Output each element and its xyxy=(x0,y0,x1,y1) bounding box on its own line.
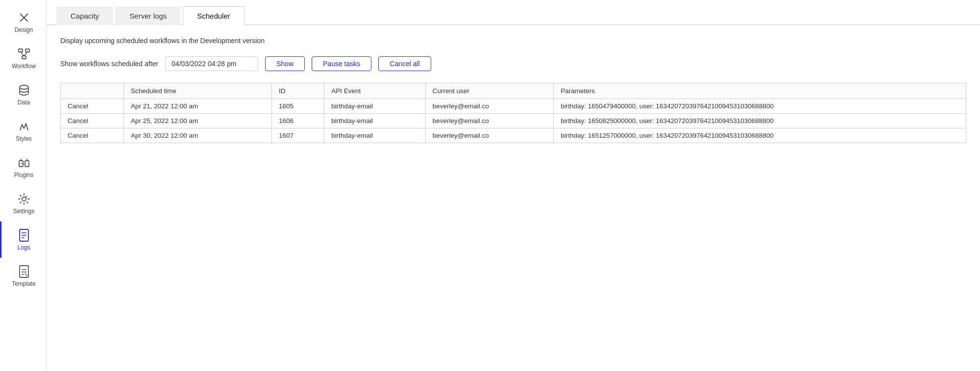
row-parameters-2: birthday: 1651257000000, user: 163420720… xyxy=(554,128,966,143)
date-input[interactable] xyxy=(165,56,258,71)
sidebar-item-logs-label: Logs xyxy=(17,244,30,251)
row-current-user-1: beverley@email.co xyxy=(425,114,553,128)
svg-rect-2 xyxy=(19,49,23,52)
filter-label: Show workflows scheduled after xyxy=(60,60,158,68)
content-area: Display upcoming scheduled workflows in … xyxy=(47,25,980,371)
col-id: ID xyxy=(271,83,324,99)
sidebar-item-styles-label: Styles xyxy=(16,135,32,142)
design-icon xyxy=(17,11,31,25)
logs-icon xyxy=(17,228,31,242)
sidebar-item-design[interactable]: Design xyxy=(0,4,46,40)
data-icon xyxy=(17,83,31,97)
sidebar-item-settings-label: Settings xyxy=(13,208,34,215)
sidebar-item-data-label: Data xyxy=(18,99,30,106)
tab-capacity[interactable]: Capacity xyxy=(56,6,113,25)
table-row: Cancel Apr 21, 2022 12:00 am 1605 birthd… xyxy=(61,99,966,114)
cancel-link-1[interactable]: Cancel xyxy=(68,117,88,124)
svg-point-7 xyxy=(20,85,28,89)
row-scheduled-time-1: Apr 25, 2022 12:00 am xyxy=(123,114,271,128)
row-current-user-2: beverley@email.co xyxy=(425,128,553,143)
row-id-2: 1607 xyxy=(271,128,324,143)
sidebar-item-settings[interactable]: Settings xyxy=(0,185,46,222)
sidebar-item-plugins-label: Plugins xyxy=(14,172,33,178)
tab-bar: Capacity Server logs Scheduler xyxy=(47,0,980,25)
svg-point-13 xyxy=(22,197,26,201)
sidebar: Design Workflow Data xyxy=(0,0,47,371)
sidebar-item-data[interactable]: Data xyxy=(0,76,46,113)
tab-scheduler[interactable]: Scheduler xyxy=(183,6,245,25)
sidebar-item-plugins[interactable]: Plugins xyxy=(0,149,46,185)
svg-rect-3 xyxy=(25,49,29,52)
cancel-all-button[interactable]: Cancel all xyxy=(378,56,431,71)
svg-line-6 xyxy=(24,52,27,56)
row-cancel-2[interactable]: Cancel xyxy=(61,128,124,143)
template-icon xyxy=(17,265,31,278)
row-id-0: 1605 xyxy=(271,99,324,114)
col-action xyxy=(61,83,124,99)
svg-rect-4 xyxy=(22,56,26,59)
table-row: Cancel Apr 30, 2022 12:00 am 1607 birthd… xyxy=(61,128,966,143)
page-description: Display upcoming scheduled workflows in … xyxy=(60,37,966,45)
cancel-link-0[interactable]: Cancel xyxy=(68,102,88,110)
table-header-row: Scheduled time ID API Event Current user… xyxy=(61,83,966,99)
row-parameters-0: birthday: 1650479400000, user: 163420720… xyxy=(554,99,966,114)
main-content: Capacity Server logs Scheduler Display u… xyxy=(47,0,980,371)
row-api-event-1: birthday-email xyxy=(324,114,426,128)
row-api-event-0: birthday-email xyxy=(324,99,426,114)
table-row: Cancel Apr 25, 2022 12:00 am 1606 birthd… xyxy=(61,114,966,128)
row-scheduled-time-0: Apr 21, 2022 12:00 am xyxy=(123,99,271,114)
sidebar-item-workflow-label: Workflow xyxy=(12,63,36,70)
row-current-user-0: beverley@email.co xyxy=(425,99,553,114)
scheduled-table: Scheduled time ID API Event Current user… xyxy=(60,83,966,143)
col-scheduled-time: Scheduled time xyxy=(123,83,271,99)
styles-icon xyxy=(17,120,31,133)
filter-row: Show workflows scheduled after Show Paus… xyxy=(60,56,966,71)
sidebar-item-template[interactable]: Template xyxy=(0,258,46,294)
sidebar-item-styles[interactable]: Styles xyxy=(0,113,46,149)
col-api-event: API Event xyxy=(324,83,426,99)
workflow-icon xyxy=(17,47,31,61)
svg-line-5 xyxy=(21,52,24,56)
row-cancel-1[interactable]: Cancel xyxy=(61,114,124,128)
pause-tasks-button[interactable]: Pause tasks xyxy=(312,56,371,71)
row-cancel-0[interactable]: Cancel xyxy=(61,99,124,114)
col-parameters: Parameters xyxy=(554,83,966,99)
row-parameters-1: birthday: 1650825000000, user: 163420720… xyxy=(554,114,966,128)
row-id-1: 1606 xyxy=(271,114,324,128)
sidebar-item-design-label: Design xyxy=(15,26,33,33)
sidebar-item-logs[interactable]: Logs xyxy=(0,222,46,258)
show-button[interactable]: Show xyxy=(265,56,305,71)
sidebar-item-template-label: Template xyxy=(12,280,36,287)
sidebar-item-workflow[interactable]: Workflow xyxy=(0,40,46,76)
tab-server-logs[interactable]: Server logs xyxy=(115,6,181,25)
settings-icon xyxy=(17,192,31,206)
row-scheduled-time-2: Apr 30, 2022 12:00 am xyxy=(123,128,271,143)
svg-rect-9 xyxy=(25,161,29,167)
cancel-link-2[interactable]: Cancel xyxy=(68,132,88,139)
col-current-user: Current user xyxy=(425,83,553,99)
row-api-event-2: birthday-email xyxy=(324,128,426,143)
plugins-icon xyxy=(17,156,31,170)
